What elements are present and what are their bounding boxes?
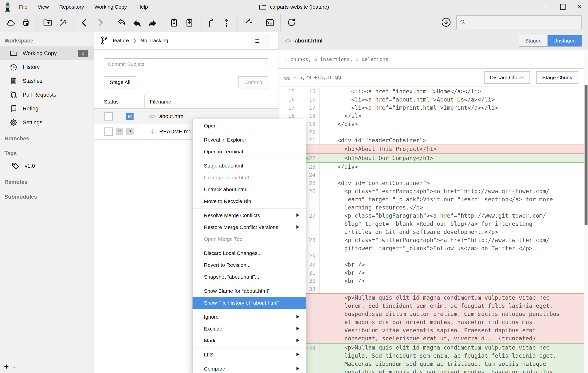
new-line-number: 16	[299, 96, 320, 104]
toolbar-group	[259, 14, 280, 32]
maximize-button[interactable]	[554, 0, 571, 14]
menu-item-open-merge-tool[interactable]: Open Merge Tool	[193, 233, 306, 245]
column-filename[interactable]: Filename	[145, 99, 171, 105]
refresh-icon[interactable]	[284, 16, 299, 30]
chevron-right-icon[interactable]	[92, 16, 108, 30]
menu-help[interactable]: Help	[132, 0, 153, 14]
arrow-bend-right-icon[interactable]	[145, 16, 160, 30]
diff-line-text: ligula. Sed tincidunt sem enim, ac feugi…	[320, 352, 584, 360]
file-checkbox[interactable]	[104, 127, 113, 136]
menu-item-resolve-merge-conflicts[interactable]: Resolve Merge Conflicts	[193, 209, 306, 221]
tray-arrow-down-icon[interactable]	[166, 16, 182, 30]
sidebar-section-remotes[interactable]: Remotes	[0, 173, 94, 188]
column-status[interactable]: Status	[94, 99, 144, 105]
stage-chunk-button[interactable]: Stage Chunk	[536, 71, 578, 84]
diff-line-added: penatibus et magnis dis parturient monte…	[278, 368, 584, 373]
minimize-button[interactable]	[538, 0, 554, 14]
commit-button[interactable]: Commit	[238, 76, 268, 88]
stage-all-button[interactable]: Stage All	[104, 76, 136, 88]
diff-line-context: learn" target="_blank">Visit our "learn"…	[278, 195, 584, 204]
diff-line-text	[320, 128, 584, 136]
menu-item-move-to-recycle-bin[interactable]: Move to Recycle Bin	[193, 195, 306, 207]
diff-line-text: <p>Nullam quis elit id magna condimentum…	[320, 344, 584, 352]
diff-line-context: 2323 </div>	[278, 163, 584, 171]
tab-unstaged[interactable]: Unstaged	[548, 35, 582, 46]
sidebar-item-label: Working Copy	[23, 50, 57, 57]
menu-view[interactable]: View	[33, 0, 54, 14]
close-button[interactable]: ✕	[571, 0, 588, 14]
search-box[interactable]	[456, 15, 582, 29]
arrow-branch-up-icon[interactable]	[203, 16, 219, 30]
scrollbar-thumb[interactable]	[585, 85, 588, 225]
menu-item-mark[interactable]: Mark	[193, 335, 306, 347]
sidebar-item-v1-0[interactable]: v1.0	[0, 159, 94, 173]
menu-item-unstage-about-html[interactable]: Unstage about.html	[193, 172, 306, 184]
merge-chevron-icon[interactable]	[240, 16, 256, 30]
diff-line-context: 1717 <li><a href="imprint.html">Imprint<…	[278, 104, 584, 112]
menu-item-snapshot-about-html-[interactable]: Snapshot “about.html”...	[193, 271, 306, 283]
branch-options-button[interactable]: ☰ ⌄	[250, 35, 269, 47]
sidebar-item-reflog[interactable]: Reflog	[0, 102, 94, 116]
sidebar-section-tags[interactable]: Tags	[0, 144, 94, 159]
tab-staged[interactable]: Staged	[519, 35, 548, 46]
current-branch-label[interactable]: feature	[113, 38, 129, 43]
sidebar-item-settings[interactable]: Settings	[0, 116, 94, 129]
sidebar-item-pull-requests[interactable]: Pull Requests	[0, 88, 94, 102]
sidebar-section-branches[interactable]: Branches	[0, 129, 94, 144]
tag-icon	[11, 162, 20, 170]
sidebar-item-working-copy[interactable]: Working Copy2	[0, 46, 94, 60]
discard-chunk-button[interactable]: Discard Chunk	[484, 71, 530, 84]
sidebar-item-stashes[interactable]: Stashes	[0, 74, 94, 88]
menu-item-discard-local-changes-[interactable]: Discard Local Changes...	[193, 247, 306, 259]
search-input[interactable]	[468, 19, 581, 25]
submenu-arrow-icon	[296, 367, 299, 370]
menu-item-reveal-in-explorer[interactable]: Reveal in Explorer	[193, 134, 306, 146]
diff-line-text: gittower" target="_blank">Follow us</a> …	[320, 244, 584, 252]
magic-wand-icon[interactable]	[55, 16, 71, 30]
download-circle-icon[interactable]	[441, 17, 451, 27]
menu-repository[interactable]: Repository	[54, 0, 89, 14]
diff-scrollbar[interactable]	[584, 50, 588, 373]
menu-item-ignore[interactable]: Ignore	[193, 311, 306, 323]
arrow-dashed-up-icon[interactable]	[219, 16, 234, 30]
sidebar-section-submodules[interactable]: Submodules	[0, 188, 94, 203]
menu-item-stage-about-html[interactable]: Stage about.html	[193, 160, 306, 172]
commit-subject-input[interactable]	[104, 58, 268, 70]
menu-item-lfs[interactable]: LFS	[193, 349, 306, 361]
sidebar-item-history[interactable]: History	[0, 60, 94, 74]
diff-line-text: <div id="headerContainer">	[320, 136, 584, 145]
menu-item-restore-merge-conflict-versions[interactable]: Restore Merge Conflict Versions	[193, 221, 306, 233]
file-checkbox[interactable]	[104, 112, 113, 121]
menu-item-compare[interactable]: Compare	[193, 363, 306, 373]
sidebar-section-workspace[interactable]: Workspace	[0, 32, 94, 46]
diff-line-text: Suspendisse dictum auctor pretium. Cum s…	[320, 310, 584, 318]
menu-item-untrack-about-html[interactable]: Untrack about.html	[193, 184, 306, 195]
folder-open-icon[interactable]	[40, 16, 55, 30]
menu-item-show-blame-for-about-html-[interactable]: Show Blame for “about.html”	[193, 285, 306, 297]
menu-item-show-file-history-of-about-html-[interactable]: Show File History of “about.html”	[193, 297, 306, 309]
diff-line-text: <br />	[320, 261, 584, 269]
submenu-arrow-icon	[296, 353, 299, 356]
menu-item-revert-to-revision-[interactable]: Revert to Revision...	[193, 259, 306, 271]
menu-item-open[interactable]: Open	[193, 120, 306, 132]
terminal-icon[interactable]	[262, 16, 277, 30]
diff-line-text: <br />	[320, 277, 584, 285]
diff-line-text: blog" target="_blank">Read our blog</a> …	[320, 220, 584, 228]
diff-line-text: <li><a href="index.html">Home</a></li>	[320, 87, 584, 96]
context-menu: OpenReveal in ExplorerOpen in TerminalSt…	[192, 119, 306, 373]
menu-working-copy[interactable]: Working Copy	[89, 0, 132, 14]
chevron-left-icon[interactable]	[77, 16, 92, 30]
diff-line-text: </div>	[320, 163, 584, 171]
add-repository-button[interactable]: + ⌄	[4, 362, 16, 371]
tracking-status-label[interactable]: No Tracking	[140, 38, 168, 43]
tray-arrow-up-icon[interactable]	[182, 16, 197, 30]
jar-icon[interactable]	[18, 16, 34, 30]
menu-file[interactable]: File	[14, 0, 33, 14]
arrow-bend-left-icon[interactable]	[129, 16, 145, 30]
arrow-bend-outline-icon[interactable]	[114, 16, 129, 30]
toolbar-group	[163, 14, 200, 32]
menu-item-open-in-terminal[interactable]: Open in Terminal	[193, 146, 306, 158]
menu-item-exclude[interactable]: Exclude	[193, 323, 306, 335]
sidebar-item-label: v1.0	[25, 163, 35, 169]
cloud-icon[interactable]	[3, 16, 18, 30]
